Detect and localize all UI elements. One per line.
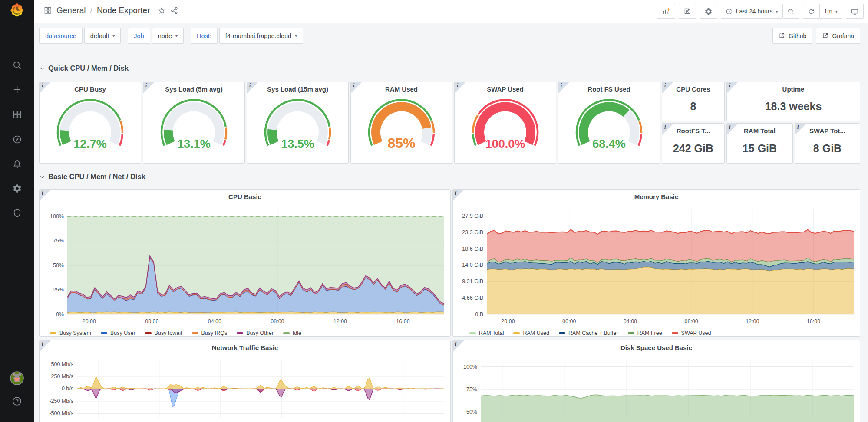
gauge-panel-root-fs-used: iRoot FS Used68.4% (558, 82, 660, 164)
grafana-link-button[interactable]: Grafana (816, 28, 860, 44)
legend-item[interactable]: RAM Used (513, 330, 549, 336)
y-axis-tick: 100% (50, 213, 64, 219)
y-axis-tick: -250 Mb/s (49, 398, 73, 404)
y-axis-tick: 50% (53, 262, 64, 268)
settings-gear-icon[interactable] (0, 179, 34, 198)
help-icon[interactable] (0, 392, 34, 411)
dashboard-settings-button[interactable] (700, 4, 717, 19)
y-axis-tick: 27.9 GiB (462, 213, 483, 219)
refresh-button[interactable] (803, 4, 820, 19)
x-axis-tick: 16:00 (396, 318, 409, 324)
stat-value: 18.3 weeks (727, 100, 860, 113)
legend-item[interactable]: Busy System (50, 330, 91, 336)
time-range-label: Last 24 hours (736, 8, 773, 15)
panel-title[interactable]: Root FS Used (558, 85, 660, 93)
legend-label: Idle (293, 330, 301, 336)
panel-title[interactable]: RootFS T... (662, 127, 724, 134)
legend-swatch (559, 332, 565, 334)
explore-compass-icon[interactable] (0, 130, 34, 149)
y-axis-tick: -500 Mb/s (49, 410, 73, 416)
stat-value: 8 GiB (795, 142, 860, 155)
breadcrumb-folder[interactable]: General (56, 6, 86, 15)
chart-panel-network-traffic-basic: iNetwork Traffic Basic500 Mb/s250 Mb/s0 … (39, 340, 451, 422)
gauge-value: 13.1% (177, 137, 211, 150)
panel-title[interactable]: SWAP Used (455, 85, 556, 93)
legend-item[interactable]: Busy Iowait (145, 330, 182, 336)
time-range-picker[interactable]: Last 24 hours ▾ (721, 4, 783, 19)
panel-title[interactable]: CPU Busy (40, 85, 141, 93)
chevron-down-icon: ▾ (112, 33, 115, 38)
variable-value-dropdown[interactable]: node▾ (152, 28, 184, 44)
y-axis-tick: 75% (53, 238, 64, 244)
chevron-down-icon: ▾ (295, 33, 297, 38)
external-link-icon (779, 33, 785, 39)
search-icon[interactable] (0, 56, 34, 75)
legend-item[interactable]: Idle (283, 330, 301, 336)
panel-title[interactable]: SWAP Tot... (795, 127, 860, 134)
legend-item[interactable]: RAM Free (628, 330, 662, 336)
legend-swatch (513, 332, 520, 334)
x-axis-tick: 08:00 (271, 318, 284, 324)
legend-label: RAM Cache + Buffer (568, 330, 618, 336)
y-axis-tick: 25% (53, 287, 64, 293)
panel-title[interactable]: RAM Total (727, 127, 792, 134)
legend-item[interactable]: Busy User (101, 330, 135, 336)
legend-swatch (50, 332, 56, 334)
share-icon[interactable] (170, 7, 178, 15)
github-link-button[interactable]: Github (772, 28, 812, 44)
zoom-out-button[interactable] (783, 4, 799, 19)
legend-swatch (672, 332, 678, 334)
x-axis-tick: 12:00 (333, 318, 347, 324)
legend-item[interactable]: Busy Other (237, 330, 274, 336)
y-axis-tick: 9.31 GiB (462, 278, 483, 285)
dashboard-title[interactable]: Node Exporter (97, 6, 150, 15)
panel-title[interactable]: CPU Cores (662, 85, 724, 93)
x-axis-tick: 08:00 (684, 318, 698, 324)
chart-panel-cpu-basic: iCPU Basic0%25%50%75%100%20:0000:0004:00… (39, 189, 451, 337)
variable-value-dropdown[interactable]: f4-mumbai.frappe.cloud▾ (219, 28, 303, 44)
dashboards-icon[interactable] (0, 105, 34, 124)
x-axis-tick: 12:00 (746, 318, 759, 324)
x-axis-tick: 04:00 (208, 318, 221, 324)
panel-title[interactable]: Uptime (727, 85, 860, 93)
variable-value-dropdown[interactable]: default▾ (84, 28, 121, 44)
shield-icon[interactable] (0, 203, 34, 222)
panel-title[interactable]: RAM Used (351, 85, 452, 93)
stat-panel-rootfs-t-: iRootFS T...242 GiB (662, 123, 725, 164)
add-panel-button[interactable] (657, 4, 675, 19)
x-axis-tick: 04:00 (624, 318, 637, 324)
legend-label: Busy System (59, 330, 91, 336)
panel-title[interactable]: Sys Load (15m avg) (247, 85, 348, 93)
legend-label: SWAP Used (681, 330, 711, 336)
legend-item[interactable]: RAM Cache + Buffer (559, 330, 618, 336)
variable-label: Job (128, 28, 150, 44)
user-avatar[interactable] (0, 369, 34, 388)
apps-icon (43, 6, 52, 15)
y-axis-tick: 14.0 GiB (462, 262, 483, 268)
star-icon[interactable] (158, 7, 166, 15)
alerting-bell-icon[interactable] (0, 154, 34, 173)
chevron-down-icon: ▾ (776, 9, 778, 14)
grafana-logo[interactable] (8, 3, 26, 20)
row-header-quick[interactable]: Quick CPU / Mem / Disk (39, 64, 129, 72)
y-axis-tick: 250 Mb/s (51, 373, 73, 379)
variable-label: datasource (39, 28, 83, 44)
legend-item[interactable]: Busy IRQs (192, 330, 228, 336)
y-axis-tick: 0% (56, 311, 64, 317)
legend-swatch (283, 332, 290, 334)
refresh-interval-picker[interactable]: 1m ▾ (820, 4, 842, 19)
y-axis-tick: 4.66 GiB (462, 295, 483, 301)
row-header-basic[interactable]: Basic CPU / Mem / Net / Disk (39, 173, 145, 181)
save-dashboard-button[interactable] (679, 4, 696, 19)
stat-value: 8 (662, 100, 724, 113)
gauge-panel-ram-used: iRAM Used85% (350, 82, 452, 164)
kiosk-mode-button[interactable] (846, 4, 864, 19)
plus-icon[interactable] (0, 80, 34, 99)
panel-title[interactable]: Sys Load (5m avg) (143, 85, 244, 93)
legend-item[interactable]: RAM Total (469, 330, 504, 336)
legend-item[interactable]: SWAP Used (672, 330, 711, 336)
refresh-interval-label: 1m (824, 8, 832, 15)
dashboard-toolbar: Last 24 hours ▾ 1m ▾ (657, 4, 864, 19)
legend-label: RAM Total (479, 330, 504, 336)
x-axis-tick: 00:00 (145, 318, 158, 324)
